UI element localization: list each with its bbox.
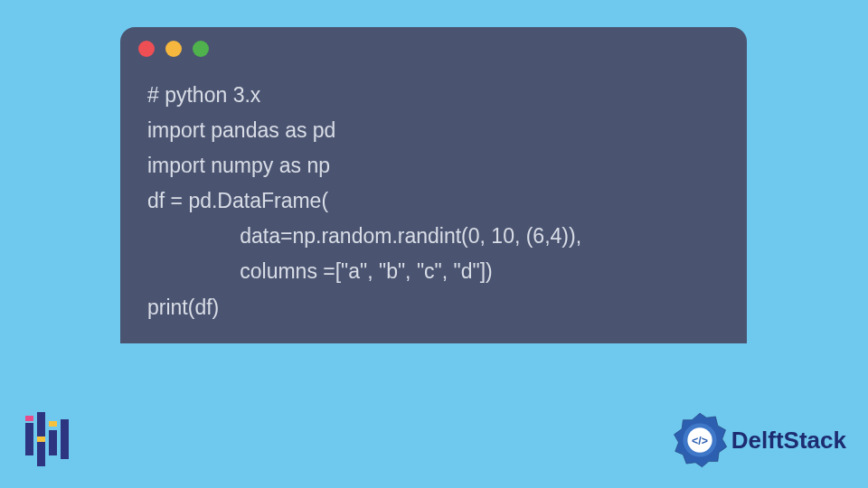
delftstack-logo: </> DelftStack <box>672 412 846 468</box>
code-window: # python 3.x import pandas as pd import … <box>120 27 747 343</box>
svg-text:</>: </> <box>692 435 708 447</box>
code-block: # python 3.x import pandas as pd import … <box>120 70 747 325</box>
brand-name: DelftStack <box>731 427 846 455</box>
gear-icon: </> <box>672 412 728 468</box>
maximize-dot-icon <box>193 41 209 57</box>
minimize-dot-icon <box>165 41 182 57</box>
window-titlebar <box>120 27 747 70</box>
pandas-logo-icon <box>25 412 67 466</box>
close-dot-icon <box>138 41 155 57</box>
